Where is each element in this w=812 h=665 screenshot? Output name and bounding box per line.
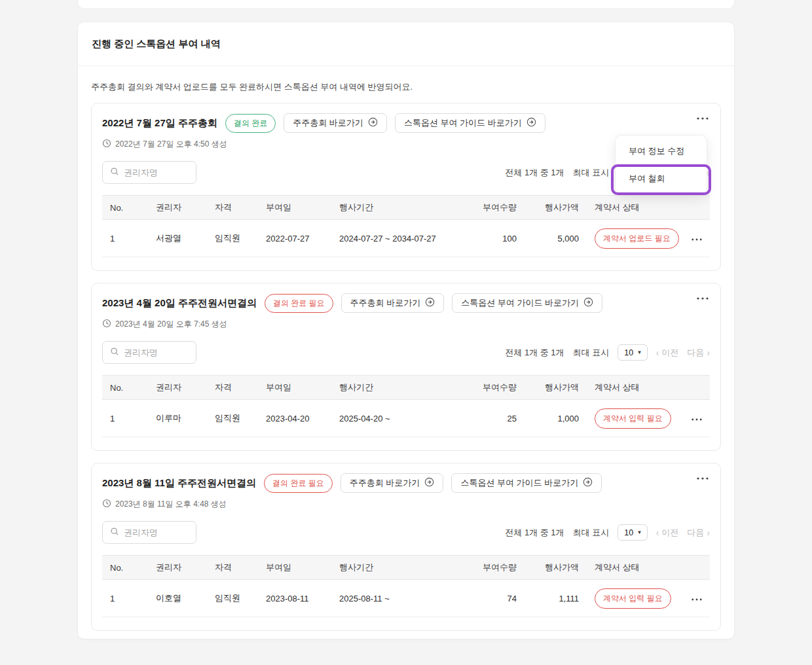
meeting-link-button[interactable]: 주주총회 바로가기 xyxy=(341,293,445,313)
meeting-link-button[interactable]: 주주총회 바로가기 xyxy=(284,113,387,133)
col-quantity: 부여수량 xyxy=(466,196,525,220)
col-role: 자격 xyxy=(207,196,258,220)
card-kebab-menu-button[interactable] xyxy=(695,293,710,304)
row-kebab-menu-button[interactable] xyxy=(692,416,702,423)
cell-contract-status: 계약서 업로드 필요 xyxy=(587,220,678,257)
cell-quantity: 74 xyxy=(466,580,525,617)
cell-exercise-period: 2024-07-27 ~ 2034-07-27 xyxy=(331,220,466,257)
col-role: 자격 xyxy=(207,376,258,400)
row-kebab-menu-button[interactable] xyxy=(692,236,702,243)
col-holder: 권리자 xyxy=(148,376,207,400)
search-input[interactable] xyxy=(124,348,189,357)
col-contract-status: 계약서 상태 xyxy=(587,196,678,220)
section-description: 주주총회 결의와 계약서 업로드를 모두 완료하시면 스톡옵션 부여 내역에 반… xyxy=(91,81,721,93)
guide-link-button[interactable]: 스톡옵션 부여 가이드 바로가기 xyxy=(452,293,602,313)
cell-no: 1 xyxy=(102,220,148,257)
prev-page-button[interactable]: ‹ 이전 xyxy=(656,527,679,539)
section-title: 진행 중인 스톡옵션 부여 내역 xyxy=(92,38,221,50)
created-timestamp: 2023년 4월 20일 오후 7:45 생성 xyxy=(102,319,710,330)
kebab-menu-icon xyxy=(697,112,709,122)
search-icon xyxy=(110,347,119,359)
prev-page-button[interactable]: ‹ 이전 xyxy=(656,347,679,359)
arrow-right-circle-icon xyxy=(583,477,593,489)
card-title: 2023년 8월 11일 주주전원서면결의 xyxy=(102,477,256,490)
page-size-select[interactable]: 10 ▾ xyxy=(618,524,647,541)
grant-table: No. 권리자 자격 부여일 행사기간 부여수량 행사가액 계약서 상태 xyxy=(102,375,710,437)
search-input-wrapper xyxy=(102,341,196,364)
meeting-link-label: 주주총회 바로가기 xyxy=(350,297,421,309)
page-size-select[interactable]: 10 ▾ xyxy=(618,344,647,361)
table-row: 1 서광열 임직원 2022-07-27 2024-07-27 ~ 2034-0… xyxy=(102,220,710,257)
next-page-button[interactable]: 다음 › xyxy=(687,347,710,359)
cell-price: 1,000 xyxy=(525,400,587,437)
page: 진행 중인 스톡옵션 부여 내역 주주총회 결의와 계약서 업로드를 모두 완료… xyxy=(0,0,812,665)
chevron-right-icon: › xyxy=(707,528,710,538)
page-size-label: 최대 표시 xyxy=(573,347,610,359)
menu-item-edit-grant[interactable]: 부여 정보 수정 xyxy=(616,137,707,165)
meeting-link-label: 주주총회 바로가기 xyxy=(293,117,363,129)
contract-status-badge: 계약서 입력 필요 xyxy=(595,408,671,429)
pagination-summary: 전체 1개 중 1개 xyxy=(505,167,564,179)
card-kebab-menu-button[interactable] xyxy=(695,473,710,484)
search-input-wrapper xyxy=(102,161,196,184)
chevron-left-icon: ‹ xyxy=(656,528,659,538)
grant-table: No. 권리자 자격 부여일 행사기간 부여수량 행사가액 계약서 상태 xyxy=(102,195,710,257)
search-input[interactable] xyxy=(124,168,189,177)
guide-link-label: 스톡옵션 부여 가이드 바로가기 xyxy=(461,297,579,309)
grant-card-3: 2023년 8월 11일 주주전원서면결의 결의 완료 필요 주주총회 바로가기… xyxy=(91,463,721,631)
search-input-wrapper xyxy=(102,521,196,544)
table-header-row: No. 권리자 자격 부여일 행사기간 부여수량 행사가액 계약서 상태 xyxy=(102,196,710,220)
created-timestamp: 2023년 8월 11일 오후 4:48 생성 xyxy=(102,499,710,510)
cell-actions xyxy=(678,220,710,257)
contract-status-badge: 계약서 업로드 필요 xyxy=(595,228,679,249)
guide-link-label: 스톡옵션 부여 가이드 바로가기 xyxy=(460,477,578,489)
pagination: 전체 1개 중 1개 최대 표시 10 ▾ ‹ 이전 다음 › xyxy=(505,344,710,361)
arrow-right-circle-icon xyxy=(526,117,536,129)
cell-contract-status: 계약서 입력 필요 xyxy=(587,400,678,437)
card-kebab-menu-button[interactable] xyxy=(695,113,710,124)
guide-link-label: 스톡옵션 부여 가이드 바로가기 xyxy=(404,117,522,129)
pagination-summary: 전체 1개 중 1개 xyxy=(505,347,564,359)
card-title-row: 2023년 4월 20일 주주전원서면결의 결의 완료 필요 주주총회 바로가기… xyxy=(102,293,710,313)
arrow-right-circle-icon xyxy=(368,117,378,129)
page-size-label: 최대 표시 xyxy=(573,167,610,179)
clock-icon xyxy=(102,499,111,510)
pagination: 전체 1개 중 1개 최대 표시 10 ▾ ‹ 이전 다음 › xyxy=(505,524,710,541)
menu-item-revoke-wrap: 부여 철회 xyxy=(616,165,707,192)
section-header: 진행 중인 스톡옵션 부여 내역 xyxy=(78,22,734,66)
col-no: No. xyxy=(102,196,148,220)
contract-status-badge: 계약서 입력 필요 xyxy=(595,588,671,609)
cell-actions xyxy=(678,400,710,437)
table-row: 1 이루마 임직원 2023-04-20 2025-04-20 ~ 25 1,0… xyxy=(102,400,710,437)
cell-exercise-period: 2025-04-20 ~ xyxy=(331,400,466,437)
col-quantity: 부여수량 xyxy=(466,376,525,400)
row-kebab-menu-button[interactable] xyxy=(692,596,702,603)
meeting-link-button[interactable]: 주주총회 바로가기 xyxy=(341,473,444,493)
search-icon xyxy=(110,167,119,179)
cell-actions xyxy=(678,580,710,617)
search-input[interactable] xyxy=(124,528,189,537)
menu-item-revoke-grant[interactable]: 부여 철회 xyxy=(616,165,707,192)
caret-down-icon: ▾ xyxy=(638,530,641,535)
cell-holder: 서광열 xyxy=(148,220,207,257)
cell-grant-date: 2022-07-27 xyxy=(258,220,331,257)
next-page-label: 다음 xyxy=(687,527,704,539)
card-toolbar: 전체 1개 중 1개 최대 표시 10 ▾ ‹ 이전 다음 › xyxy=(102,521,710,544)
guide-link-button[interactable]: 스톡옵션 부여 가이드 바로가기 xyxy=(395,113,545,133)
cell-quantity: 25 xyxy=(466,400,525,437)
col-price: 행사가액 xyxy=(525,556,587,580)
chevron-right-icon: › xyxy=(707,348,710,358)
col-price: 행사가액 xyxy=(525,196,587,220)
meeting-link-label: 주주총회 바로가기 xyxy=(350,477,420,489)
cell-role: 임직원 xyxy=(207,580,258,617)
clock-icon xyxy=(102,319,111,330)
cell-no: 1 xyxy=(102,400,148,437)
card-title-row: 2023년 8월 11일 주주전원서면결의 결의 완료 필요 주주총회 바로가기… xyxy=(102,473,710,493)
next-page-button[interactable]: 다음 › xyxy=(687,527,710,539)
cell-grant-date: 2023-04-20 xyxy=(258,400,331,437)
grant-card-2: 2023년 4월 20일 주주전원서면결의 결의 완료 필요 주주총회 바로가기… xyxy=(91,283,721,451)
page-size-value: 10 xyxy=(624,528,633,537)
search-icon xyxy=(110,527,119,539)
guide-link-button[interactable]: 스톡옵션 부여 가이드 바로가기 xyxy=(451,473,602,493)
grant-card-1: 2022년 7월 27일 주주총회 결의 완료 주주총회 바로가기 스톡옵션 부… xyxy=(91,103,721,271)
